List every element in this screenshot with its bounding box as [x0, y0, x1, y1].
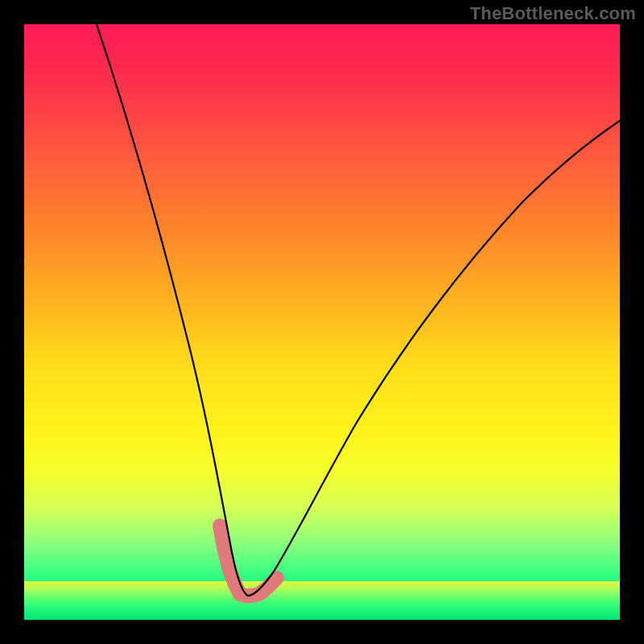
- plot-area: [24, 24, 620, 620]
- chart-frame: TheBottleneck.com: [0, 0, 644, 644]
- watermark-text: TheBottleneck.com: [470, 3, 636, 24]
- curve-layer: [24, 24, 620, 620]
- bottleneck-curve: [97, 24, 620, 596]
